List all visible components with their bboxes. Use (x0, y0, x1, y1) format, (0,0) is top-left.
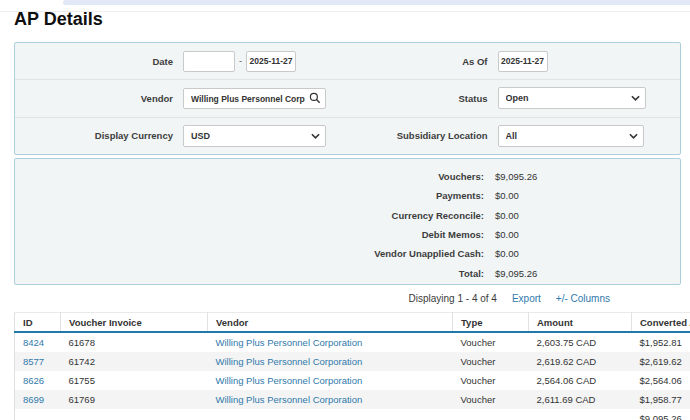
vendor-link[interactable]: Willing Plus Personnel Corporation (216, 394, 363, 405)
table-row: 8626 61755 Willing Plus Personnel Corpor… (15, 371, 690, 390)
vendor-label: Vendor (15, 93, 173, 104)
as-of-control (498, 51, 548, 72)
vendor-link[interactable]: Willing Plus Personnel Corporation (216, 375, 363, 386)
header-converted-amount[interactable]: Converted Amount (632, 313, 690, 333)
payments-value: $0.00 (495, 190, 519, 201)
voucher-id-link[interactable]: 8626 (23, 375, 44, 386)
total-label: Total: (15, 268, 484, 279)
currency-reconcile-value: $0.00 (495, 210, 519, 221)
status-filter: Status Open (348, 87, 681, 109)
display-currency-select[interactable]: USD (183, 125, 326, 147)
vendor-unapplied-cash-label: Vendor Unapplied Cash: (15, 248, 484, 259)
top-divider (0, 11, 690, 12)
voucher-invoice-cell: 61769 (61, 390, 208, 409)
amount-cell: 2,564.06 CAD (529, 371, 632, 390)
table-footer-row: $9,095.26 (15, 409, 690, 420)
voucher-id-link[interactable]: 8424 (23, 337, 44, 348)
total-value: $9,095.26 (495, 268, 537, 279)
amount-cell: 2,619.62 CAD (529, 352, 632, 371)
payments-label: Payments: (15, 190, 484, 201)
table-row: 8424 61678 Willing Plus Personnel Corpor… (15, 332, 690, 352)
search-icon[interactable] (309, 92, 321, 104)
converted-amount-cell: $2,564.06 (632, 371, 690, 390)
vendor-input[interactable] (183, 88, 326, 109)
date-range-control: - (183, 51, 296, 72)
status-control: Open (498, 87, 646, 109)
vendor-control (183, 88, 326, 110)
vouchers-label: Vouchers: (15, 171, 484, 182)
summary-row-vendor-unapplied-cash: Vendor Unapplied Cash: $0.00 (15, 244, 680, 263)
voucher-id-link[interactable]: 8699 (23, 394, 44, 405)
status-select-wrap: Open (498, 87, 646, 109)
header-voucher-invoice[interactable]: Voucher Invoice (61, 313, 208, 333)
ap-details-page: { "page": { "title": "AP Details" }, "co… (0, 0, 690, 420)
vendor-input-wrap (183, 88, 326, 110)
page-title: AP Details (14, 9, 103, 30)
date-from-input[interactable] (183, 51, 235, 72)
converted-amount-cell: $1,958.77 (632, 390, 690, 409)
table-row: 8699 61769 Willing Plus Personnel Corpor… (15, 390, 690, 409)
subsidiary-location-select[interactable]: All (498, 125, 644, 147)
voucher-invoice-cell: 61742 (61, 352, 208, 371)
summary-row-payments: Payments: $0.00 (15, 186, 680, 205)
filter-row-currency: Display Currency USD Subsidiary Location… (15, 117, 680, 154)
debit-memos-value: $0.00 (495, 229, 519, 240)
subsidiary-location-label: Subsidiary Location (348, 130, 488, 141)
table-header-row: ID Voucher Invoice Vendor Type Amount Co… (15, 313, 690, 333)
converted-amount-cell: $2,619.62 (632, 352, 690, 371)
subsidiary-location-select-wrap: All (498, 125, 644, 147)
vendor-link[interactable]: Willing Plus Personnel Corporation (216, 356, 363, 367)
as-of-filter: As Of (348, 51, 681, 72)
display-currency-select-wrap: USD (183, 125, 326, 147)
status-select[interactable]: Open (498, 87, 646, 109)
filter-row-date: Date - As Of (15, 43, 680, 79)
vouchers-table: ID Voucher Invoice Vendor Type Amount Co… (14, 312, 690, 420)
type-cell: Voucher (453, 332, 529, 352)
table-toolbar: Displaying 1 - 4 of 4 Export +/- Columns (14, 291, 610, 306)
amount-cell: 2,603.75 CAD (529, 332, 632, 352)
vendor-unapplied-cash-value: $0.00 (495, 248, 519, 259)
voucher-id-link[interactable]: 8577 (23, 356, 44, 367)
display-currency-filter: Display Currency USD (15, 125, 348, 147)
debit-memos-label: Debit Memos: (15, 229, 484, 240)
vouchers-value: $9,095.26 (495, 171, 537, 182)
type-cell: Voucher (453, 371, 529, 390)
table-row: 8577 61742 Willing Plus Personnel Corpor… (15, 352, 690, 371)
summary-row-currency-reconcile: Currency Reconcile: $0.00 (15, 206, 680, 225)
summary-panel: Vouchers: $9,095.26 Payments: $0.00 Curr… (14, 158, 681, 285)
vendor-filter: Vendor (15, 88, 348, 110)
as-of-label: As Of (348, 56, 488, 67)
converted-amount-total: $9,095.26 (632, 409, 690, 420)
header-vendor[interactable]: Vendor (208, 313, 453, 333)
status-label: Status (348, 93, 488, 104)
date-filter: Date - (15, 51, 348, 72)
header-id[interactable]: ID (15, 313, 61, 333)
date-range-separator: - (239, 56, 242, 66)
type-cell: Voucher (453, 390, 529, 409)
filter-row-vendor: Vendor Status Open (15, 79, 680, 116)
type-cell: Voucher (453, 352, 529, 371)
header-type[interactable]: Type (453, 313, 529, 333)
summary-row-total: Total: $9,095.26 (15, 263, 680, 282)
columns-link[interactable]: +/- Columns (556, 293, 610, 304)
summary-row-vouchers: Vouchers: $9,095.26 (15, 167, 680, 186)
top-decoration-strip (63, 0, 690, 5)
date-label: Date (15, 56, 173, 67)
display-currency-label: Display Currency (15, 130, 173, 141)
displaying-text: Displaying 1 - 4 of 4 (409, 293, 497, 304)
date-to-input[interactable] (246, 51, 296, 72)
filter-panel: Date - As Of Vendor (14, 42, 681, 155)
voucher-invoice-cell: 61755 (61, 371, 208, 390)
header-amount[interactable]: Amount (529, 313, 632, 333)
as-of-input[interactable] (498, 51, 548, 72)
display-currency-control: USD (183, 125, 326, 147)
vendor-link[interactable]: Willing Plus Personnel Corporation (216, 337, 363, 348)
export-link[interactable]: Export (512, 293, 541, 304)
converted-amount-cell: $1,952.81 (632, 332, 690, 352)
subsidiary-location-control: All (498, 125, 644, 147)
amount-cell: 2,611.69 CAD (529, 390, 632, 409)
currency-reconcile-label: Currency Reconcile: (15, 210, 484, 221)
summary-row-debit-memos: Debit Memos: $0.00 (15, 225, 680, 244)
voucher-invoice-cell: 61678 (61, 332, 208, 352)
subsidiary-location-filter: Subsidiary Location All (348, 125, 681, 147)
